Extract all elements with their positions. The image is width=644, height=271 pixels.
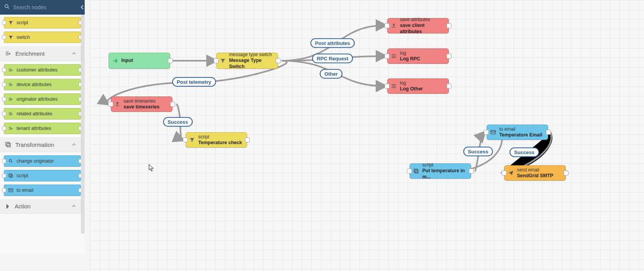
node-port[interactable] [385,54,390,59]
search-input[interactable] [13,4,80,10]
search-icon [4,3,10,11]
enrich-icon [8,126,13,131]
svg-point-0 [5,5,8,8]
palette-node-originator-attributes[interactable]: originator attributes [4,93,81,105]
node-to-email[interactable]: to email Temperature Email [487,125,548,140]
edge-label-success[interactable]: Success [463,147,493,156]
node-port[interactable] [168,58,173,63]
node-port[interactable] [385,23,390,28]
node-put-temperature-script[interactable]: script Put temperature in m... [410,163,471,179]
filter-icon [220,58,226,64]
node-port[interactable] [108,102,113,107]
node-name-label: save timeseries [124,104,159,110]
search-replace-icon [8,158,13,164]
edge-label-post-attributes[interactable]: Post attributes [310,38,355,48]
node-port[interactable] [2,68,6,72]
section-transformation[interactable]: Transformation [0,137,85,152]
edge-label-success[interactable]: Success [163,117,193,127]
palette-node-switch[interactable]: switch [4,32,81,43]
edge-label-post-telemetry[interactable]: Post telemetry [172,77,216,87]
edge-label-success[interactable]: Success [510,148,539,157]
node-port[interactable] [447,54,452,59]
palette-node-change-originator[interactable]: change originator [4,155,81,167]
node-type-label: save attributes [400,17,445,23]
node-port[interactable] [385,84,390,89]
node-message-type-switch[interactable]: message type switch Message Type Switch [216,53,278,69]
sidebar-scrollbar[interactable] [81,15,85,234]
node-port[interactable] [564,171,569,176]
node-port[interactable] [2,159,6,163]
palette-node-label: originator attributes [17,96,58,102]
upload-icon [391,23,397,29]
palette-node-label: device attributes [17,82,52,87]
node-port[interactable] [2,188,6,193]
collapse-sidebar-button[interactable] [80,4,84,11]
node-port[interactable] [407,169,412,174]
canvas[interactable]: Input message type switch Message Type S… [90,0,644,271]
edge-label-other[interactable]: Other [320,69,343,79]
section-action[interactable]: Action [0,199,85,214]
palette-node-transform-script[interactable]: script [4,170,81,181]
node-type-label: send email [517,167,553,173]
node-save-attributes[interactable]: save attributes save client attributes [387,18,449,33]
palette-node-customer-attributes[interactable]: customer attributes [4,64,81,76]
svg-rect-8 [115,105,119,106]
node-port[interactable] [183,138,188,143]
palette-node-to-email[interactable]: to email [4,185,81,196]
palette-node-label: change originator [17,158,54,164]
node-port[interactable] [214,58,219,63]
enrich-icon [8,82,13,87]
node-name-label: Log RPC [400,56,420,62]
node-port[interactable] [276,58,281,63]
sidebar: script switch Enrichment customer attrib… [0,0,85,254]
svg-rect-2 [6,142,9,146]
node-port[interactable] [447,23,452,28]
node-type-label: save timeseries [124,98,159,104]
section-enrichment[interactable]: Enrichment [0,46,85,61]
node-temperature-check[interactable]: script Temperature check [186,132,247,148]
svg-rect-7 [392,27,395,27]
node-label: Input [121,58,133,64]
palette-node-script[interactable]: script [4,17,81,28]
filter-icon [8,20,13,25]
palette-node-tenant-attributes[interactable]: tenant attributes [4,123,81,134]
filter-icon [8,35,13,40]
node-log-rpc[interactable]: log Log RPC [387,48,449,64]
node-port[interactable] [469,169,474,174]
email-icon [490,129,496,135]
node-log-other[interactable]: log Log Other [387,78,449,94]
node-port[interactable] [484,130,489,135]
node-port[interactable] [502,171,507,176]
upload-icon [114,101,120,107]
section-title: Action [15,203,31,209]
node-input[interactable]: Input [109,53,170,69]
search-bar [0,0,85,15]
node-port[interactable] [2,174,6,178]
palette-node-related-attributes[interactable]: related attributes [4,108,81,120]
node-port[interactable] [2,126,6,131]
node-port[interactable] [447,84,452,89]
node-send-email[interactable]: send email SendGrid SMTP [504,165,566,181]
svg-rect-5 [9,174,12,176]
node-port[interactable] [2,97,6,101]
chevron-up-icon [72,50,80,57]
node-port[interactable] [2,112,6,116]
list-icon [391,53,397,59]
edge-label-rpc-request[interactable]: RPC Request [312,54,353,63]
node-save-timeseries[interactable]: save timeseries save timeseries [111,96,172,112]
transform-icon [8,173,13,178]
node-port[interactable] [546,130,551,135]
node-port[interactable] [245,138,250,143]
email-icon [8,188,13,193]
edges-layer [90,0,644,271]
palette-node-device-attributes[interactable]: device attributes [4,79,81,90]
enrich-icon [8,96,13,102]
node-name-label: SendGrid SMTP [517,173,553,179]
node-port[interactable] [2,21,6,25]
node-port[interactable] [170,102,175,107]
node-type-label: script [422,162,468,168]
node-port[interactable] [2,83,6,87]
node-port[interactable] [2,35,6,40]
palette-node-label: customer attributes [17,67,57,73]
section-title: Transformation [15,141,54,148]
